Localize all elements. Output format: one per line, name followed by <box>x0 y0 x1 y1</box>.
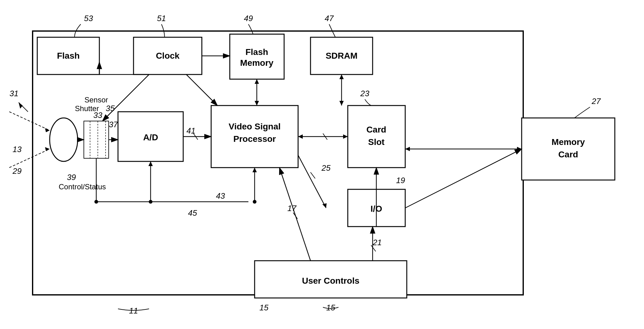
memory-card-label2: Card <box>558 150 578 159</box>
user-controls-label: User Controls <box>302 276 359 286</box>
flash-memory-label2: Memory <box>240 58 274 68</box>
ray-top <box>9 112 50 130</box>
vsp-io-slash <box>311 172 315 178</box>
card-slot-label2: Slot <box>368 137 385 147</box>
ref-23: 23 <box>360 89 370 98</box>
ref-41: 41 <box>187 126 196 135</box>
ref-29: 29 <box>12 166 22 176</box>
uc-vsp-slash <box>293 213 297 219</box>
card-slot-label1: Card <box>366 125 386 134</box>
clock-label: Clock <box>156 51 180 61</box>
sensor-label: Sensor <box>84 96 108 104</box>
vsp-cardslot-arrow-right <box>343 134 348 139</box>
ref-15-bottom: 15 <box>326 303 335 312</box>
vsp-label2: Processor <box>234 134 276 144</box>
ref-21: 21 <box>373 238 382 247</box>
ref-53: 53 <box>84 14 93 23</box>
ref-19: 19 <box>396 176 405 185</box>
flash-label: Flash <box>57 51 79 61</box>
uc-vsp-line <box>279 168 311 261</box>
ad-label: A/D <box>143 133 158 142</box>
control-ad-arrow <box>148 161 153 166</box>
sdram-label: SDRAM <box>326 51 358 61</box>
ref-43: 43 <box>216 191 225 201</box>
flashmem-down-arrow <box>255 101 259 106</box>
vsp-cardslot-arrow-left <box>298 134 303 139</box>
ref-51: 51 <box>157 14 166 23</box>
diagram-container: 11 Flash 53 Clock 51 Flash Memory 49 SDR… <box>0 0 644 329</box>
vsp-io-arrow <box>322 203 327 208</box>
memory-card-box <box>522 118 615 180</box>
vsp-label1: Video Signal <box>229 122 281 131</box>
io-memcard-line <box>405 149 522 208</box>
flash-memory-label1: Flash <box>245 47 268 57</box>
shutter-box <box>84 121 109 158</box>
control-ad-dot <box>149 200 152 204</box>
ref-13: 13 <box>13 145 22 154</box>
ref-49: 49 <box>244 14 253 23</box>
control-vsp-dot <box>253 200 256 204</box>
ref-25: 25 <box>321 163 331 173</box>
lens-ellipse <box>50 118 78 161</box>
control-vsp-arrow <box>252 168 257 172</box>
ref-37: 37 <box>109 120 118 129</box>
memory-card-label1: Memory <box>551 137 585 147</box>
ray-top-arrow <box>45 128 50 132</box>
ref-31: 31 <box>10 89 19 98</box>
ref-47: 47 <box>325 14 334 23</box>
card-slot-box <box>348 106 405 168</box>
sdram-down-arrow <box>339 101 344 106</box>
cardslot-arrow-left <box>405 147 410 151</box>
ref31-arrow <box>19 102 23 109</box>
sdram-up-arrow <box>339 74 344 79</box>
control-status-label: Control/Status <box>59 183 106 191</box>
ref-35: 35 <box>106 104 115 113</box>
ref-33: 33 <box>93 110 102 120</box>
ref-27: 27 <box>592 97 601 106</box>
ray-bottom-arrow <box>45 147 50 151</box>
ref-39: 39 <box>67 173 76 182</box>
flashmem-up-arrow <box>255 79 259 84</box>
ref-15-label: 15 <box>260 303 269 312</box>
ref-17: 17 <box>288 204 297 213</box>
clock-to-vsp <box>186 74 217 106</box>
ref-45: 45 <box>188 208 197 218</box>
